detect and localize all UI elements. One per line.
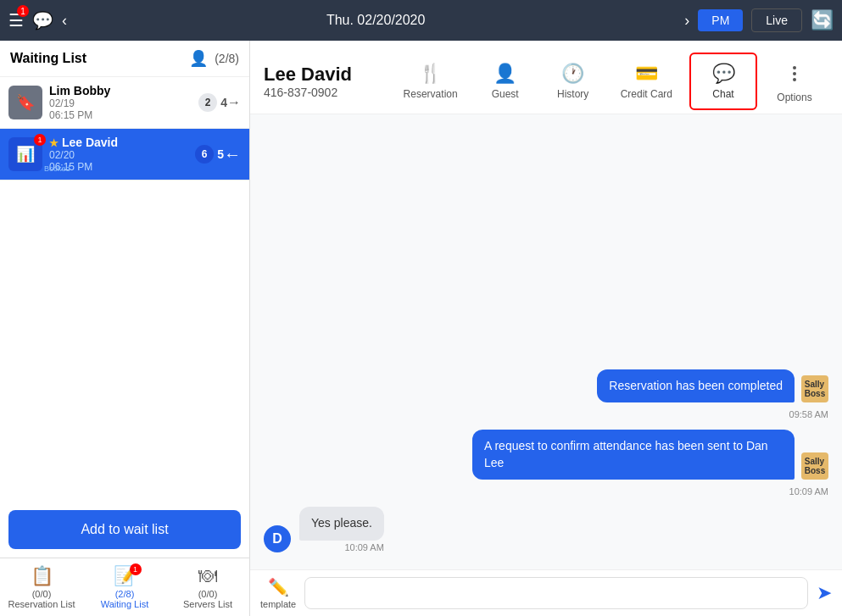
message-time-1: 10:09 AM [789,486,828,497]
menu-badge: 1 [17,5,29,17]
guest-phone: 416-837-0902 [264,86,390,99]
tab-history-label: History [557,88,588,100]
avatar-icon: 🔖 [16,93,35,112]
message-2: D Yes please. 10:09 AM [264,507,828,552]
chat-bubble-icon: 💬 [32,11,53,30]
nav-reservation-label: Reservation List [8,599,75,609]
tab-reservation[interactable]: 🍴 Reservation [390,54,471,108]
item-name-1: ★ Lee David [49,136,195,149]
send-button[interactable]: ➤ [817,582,832,604]
credit-card-icon: 💳 [635,63,658,85]
item-pos-0: 4 [220,96,227,109]
item-date-0: 02/19 [49,97,198,109]
history-icon: 🕐 [561,63,584,85]
right-panel: Lee David 416-837-0902 🍴 Reservation 👤 G… [250,41,842,616]
item-party-1: 6 [195,145,214,164]
incoming-content: Yes please. 10:09 AM [299,507,384,552]
template-label: template [260,599,296,609]
servers-list-icon: 🍽 [198,565,217,587]
chat-bubble-button[interactable]: 💬 [32,10,53,31]
bottom-nav: 📋 (0/0) Reservation List 📝 1 (2/8) Waiti… [0,558,249,616]
waiting-list-badge: 1 [130,563,142,575]
live-button[interactable]: Live [751,8,802,32]
sidebar: Waiting List 👤 (2/8) 🔖 Lim Bobby 02/19 0… [0,41,250,616]
tab-history[interactable]: 🕐 History [539,54,607,108]
star-icon: ★ [49,137,59,149]
tab-chat[interactable]: 💬 Chat [689,53,757,110]
menu-button[interactable]: ☰ 1 [8,10,24,31]
avatar-icon-active: 📊 [16,145,35,164]
main-content: Waiting List 👤 (2/8) 🔖 Lim Bobby 02/19 0… [0,41,842,616]
next-date-button[interactable]: › [684,12,689,30]
item-name-0: Lim Bobby [49,84,198,97]
guest-name: Lee David [264,64,390,86]
item-booked-label: Booked [44,164,70,173]
item-time-1: 06:15 PM [49,161,195,173]
prev-date-button[interactable]: ‹ [62,12,67,30]
item-pos-1: 5 [217,147,224,161]
nav-servers-list[interactable]: 🍽 (0/0) Servers List [166,558,249,616]
reservation-icon: 🍴 [419,63,442,85]
avatar-lee-david: 📊 1 [8,137,42,171]
template-button[interactable]: ✏️ template [260,577,296,609]
item-info-0: Lim Bobby 02/19 06:15 PM [49,84,198,121]
refresh-icon[interactable]: 🔄 [811,9,834,31]
message-0: Reservation has been completed SallyBoss… [264,369,828,420]
tab-guest[interactable]: 👤 Guest [471,54,539,108]
tab-reservation-label: Reservation [404,88,458,100]
wait-item-1[interactable]: 📊 1 ★ Lee David 02/20 06:15 PM Booked 6 … [0,129,249,180]
options-dots-icon [786,59,803,88]
wait-item-0[interactable]: 🔖 Lim Bobby 02/19 06:15 PM 2 4 → [0,77,249,129]
nav-reservation-list[interactable]: 📋 (0/0) Reservation List [0,558,83,616]
message-time-2: 10:09 AM [299,542,384,552]
tab-bar: 🍴 Reservation 👤 Guest 🕐 History 💳 Credit… [390,49,828,114]
reservation-list-icon: 📋 [31,565,53,587]
item-info-1: ★ Lee David 02/20 06:15 PM Booked [49,136,195,173]
guest-tab-row: Lee David 416-837-0902 🍴 Reservation 👤 G… [250,41,842,114]
message-bubble-2: Yes please. [299,507,384,541]
arrow-right-icon-0: → [227,95,241,110]
chat-input-area: ✏️ template ➤ [250,569,842,616]
tab-guest-label: Guest [492,88,519,100]
tab-credit-card[interactable]: 💳 Credit Card [607,54,686,108]
pen-icon: ✏️ [268,577,289,597]
pm-button[interactable]: PM [698,9,743,31]
sidebar-title: Waiting List [10,51,182,66]
item-time-0: 06:15 PM [49,109,198,121]
sidebar-header: Waiting List 👤 (2/8) [0,41,249,77]
chat-icon: 💬 [712,63,735,85]
message-avatar-1: SallyBoss [801,452,828,480]
nav-waiting-label: Waiting List [101,599,148,609]
guest-info: Lee David 416-837-0902 [264,64,390,99]
sidebar-count: (2/8) [215,52,239,65]
arrow-left-icon-1: ← [224,145,241,164]
waiting-list-icon: 📝 1 [114,565,137,587]
top-header: ☰ 1 💬 ‹ Thu. 02/20/2020 › PM Live 🔄 [0,0,842,41]
notification-badge: 1 [34,134,46,146]
nav-waiting-count: (2/8) [115,589,135,599]
tab-credit-card-label: Credit Card [621,88,672,100]
chat-input-field[interactable] [304,577,808,609]
tab-chat-label: Chat [712,88,733,100]
item-date-1: 02/20 [49,149,195,161]
add-to-wait-list-button[interactable]: Add to wait list [8,510,241,549]
date-display: Thu. 02/20/2020 [75,13,676,28]
message-avatar-0: SallyBoss [801,375,828,402]
guest-icon: 👤 [493,63,516,85]
send-icon: ➤ [817,582,832,603]
incoming-avatar: D [264,525,291,552]
item-party-0: 2 [198,93,217,112]
nav-waiting-list[interactable]: 📝 1 (2/8) Waiting List [83,558,166,616]
nav-servers-label: Servers List [183,599,232,609]
tab-options-label: Options [777,92,811,103]
message-bubble-0: Reservation has been completed [597,369,795,403]
tab-options[interactable]: Options [761,51,828,112]
nav-reservation-count: (0/0) [32,589,52,599]
message-bubble-1: A request to confirm attendance has been… [472,430,795,480]
message-1: A request to confirm attendance has been… [264,430,828,497]
message-time-0: 09:58 AM [789,409,828,419]
nav-servers-count: (0/0) [198,589,218,599]
person-icon: 👤 [189,49,208,68]
chat-area: Reservation has been completed SallyBoss… [250,114,842,569]
avatar-lim-bobby: 🔖 [8,86,42,119]
